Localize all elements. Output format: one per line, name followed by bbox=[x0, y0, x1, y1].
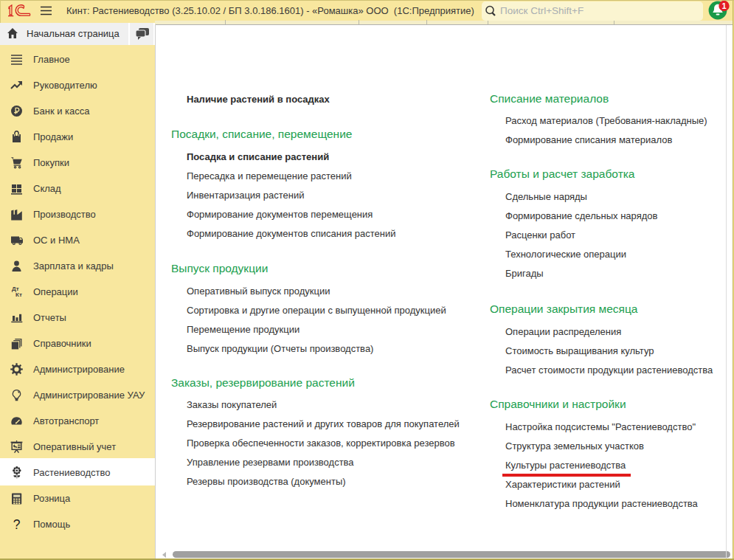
svg-text:1: 1 bbox=[721, 1, 726, 10]
svg-text:?: ? bbox=[13, 518, 21, 530]
svg-text:Кт: Кт bbox=[15, 291, 22, 298]
